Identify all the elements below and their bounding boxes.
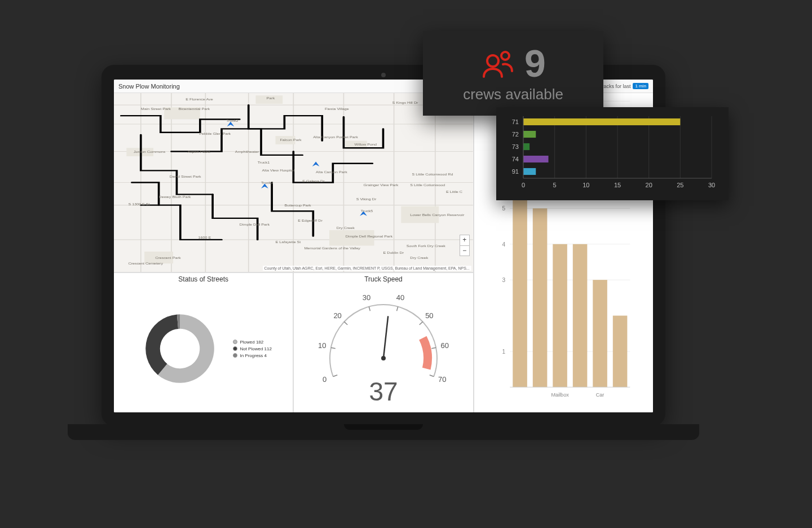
camera-dot xyxy=(381,73,386,77)
zoom-out-button[interactable]: − xyxy=(460,245,469,256)
map-zoom-controls[interactable]: + − xyxy=(460,235,470,256)
svg-text:30: 30 xyxy=(708,182,715,188)
map-attribution: County of Utah, Utah AGRC, Esri, HERE, G… xyxy=(263,266,471,271)
truck-speed-value: 37 xyxy=(369,376,398,407)
svg-text:Alta Canyon Pocket Park: Alta Canyon Pocket Park xyxy=(313,136,359,139)
svg-text:Truck1: Truck1 xyxy=(258,161,270,164)
svg-text:S Viking Dr: S Viking Dr xyxy=(356,198,377,201)
svg-text:3: 3 xyxy=(502,277,505,283)
svg-line-102 xyxy=(383,316,388,358)
svg-text:73: 73 xyxy=(512,143,519,150)
svg-text:40: 40 xyxy=(396,293,404,302)
map-panel[interactable]: E Florence AveParkFiesta VillageS Kings … xyxy=(114,93,473,272)
svg-text:Dewey Bluth Park: Dewey Bluth Park xyxy=(159,196,192,199)
svg-text:David Street Park: David Street Park xyxy=(170,175,202,178)
svg-text:Truck3: Truck3 xyxy=(261,182,273,184)
svg-rect-21 xyxy=(329,230,374,245)
svg-text:10: 10 xyxy=(582,182,589,188)
svg-text:5: 5 xyxy=(502,205,505,212)
svg-rect-82 xyxy=(593,280,607,387)
svg-rect-78 xyxy=(532,208,547,387)
tracks-filter-value[interactable]: 1 min xyxy=(633,83,648,89)
svg-rect-84 xyxy=(612,316,627,388)
map-canvas[interactable]: E Florence AveParkFiesta VillageS Kings … xyxy=(114,93,473,272)
svg-text:S Little Cottonwood: S Little Cottonwood xyxy=(410,184,445,187)
routes-bar-chart-card: 0510152025307172737491 xyxy=(496,107,729,200)
svg-text:72: 72 xyxy=(512,131,519,138)
svg-text:Willow Pond: Willow Pond xyxy=(355,143,377,146)
svg-line-86 xyxy=(333,375,338,377)
svg-text:Mailbox: Mailbox xyxy=(551,392,569,398)
svg-rect-127 xyxy=(523,156,549,162)
svg-text:Grainger View Park: Grainger View Park xyxy=(363,184,399,187)
svg-text:Jordon Commons: Jordon Commons xyxy=(134,151,165,153)
svg-point-103 xyxy=(381,356,386,360)
svg-text:S Little Cottonwood Rd: S Little Cottonwood Rd xyxy=(412,173,453,176)
svg-text:Car: Car xyxy=(595,392,604,398)
svg-text:20: 20 xyxy=(333,311,341,319)
svg-rect-125 xyxy=(523,143,529,150)
svg-text:Lower Bells Canyon Reservoir: Lower Bells Canyon Reservoir xyxy=(410,214,464,217)
street-status-legend: Plowed 182Not Plowed 112In Progress 4 xyxy=(233,338,271,360)
svg-text:74: 74 xyxy=(512,156,519,162)
svg-text:Alta Canyon Park: Alta Canyon Park xyxy=(316,171,348,174)
svg-line-94 xyxy=(397,307,398,311)
legend-item: Plowed 182 xyxy=(233,340,271,345)
svg-text:South Fork Dry Creek: South Fork Dry Creek xyxy=(407,245,446,248)
svg-line-100 xyxy=(430,375,434,377)
svg-rect-79 xyxy=(553,244,567,388)
svg-text:1600 E: 1600 E xyxy=(198,236,211,239)
svg-text:Dry Creek: Dry Creek xyxy=(410,257,429,259)
street-status-title: Status of Streets xyxy=(114,273,293,285)
svg-text:Crescent Park: Crescent Park xyxy=(155,257,181,259)
street-status-donut xyxy=(135,303,225,394)
app-title: Snow Plow Monitoring xyxy=(118,83,180,90)
svg-text:Pebble Glen Park: Pebble Glen Park xyxy=(199,133,231,135)
svg-text:20: 20 xyxy=(646,182,652,188)
svg-point-105 xyxy=(501,52,509,60)
svg-text:Buttercup Park: Buttercup Park xyxy=(284,204,311,207)
svg-text:Truck5: Truck5 xyxy=(361,210,373,213)
svg-rect-121 xyxy=(523,118,680,125)
zoom-in-button[interactable]: + xyxy=(460,235,469,245)
svg-line-96 xyxy=(420,322,423,324)
svg-text:E Edgecliff Dr: E Edgecliff Dr xyxy=(298,219,323,222)
svg-rect-129 xyxy=(523,168,536,175)
svg-text:E Galena Dr: E Galena Dr xyxy=(302,181,324,183)
svg-text:Dimple Dell Park: Dimple Dell Park xyxy=(240,223,270,226)
truck-speed-title: Truck Speed xyxy=(294,273,473,285)
svg-text:10: 10 xyxy=(318,341,326,350)
svg-line-92 xyxy=(369,307,370,311)
crews-available-card: 9 crews available xyxy=(423,31,603,116)
svg-text:Dimple Dell Regional Park: Dimple Dell Regional Park xyxy=(346,235,394,238)
svg-text:30: 30 xyxy=(363,293,370,302)
routes-bar-chart: 0510152025307172737491 xyxy=(504,113,721,197)
svg-text:15: 15 xyxy=(614,182,621,188)
legend-item: Not Plowed 112 xyxy=(233,346,271,351)
svg-line-90 xyxy=(344,322,347,324)
svg-text:E Florence Ave: E Florence Ave xyxy=(186,98,213,101)
crews-label: crews available xyxy=(463,86,563,103)
svg-text:Main Street Park: Main Street Park xyxy=(141,108,171,111)
svg-line-88 xyxy=(331,347,336,349)
svg-text:25: 25 xyxy=(677,182,683,188)
laptop-base xyxy=(68,424,699,440)
svg-text:Dry Creek: Dry Creek xyxy=(337,227,355,230)
svg-text:50: 50 xyxy=(425,311,433,319)
svg-text:71: 71 xyxy=(512,118,519,125)
svg-text:Amphitheater: Amphitheater xyxy=(235,151,259,153)
svg-text:Bicentennial Park: Bicentennial Park xyxy=(179,108,211,111)
laptop-notch xyxy=(344,424,423,430)
svg-rect-123 xyxy=(523,131,536,138)
svg-text:5: 5 xyxy=(553,182,557,188)
svg-text:91: 91 xyxy=(512,168,519,175)
svg-text:Park: Park xyxy=(267,97,276,100)
svg-text:Aspen Plaza: Aspen Plaza xyxy=(188,151,211,153)
svg-rect-81 xyxy=(572,244,587,388)
svg-text:4: 4 xyxy=(502,241,505,248)
svg-text:E Lafayette St: E Lafayette St xyxy=(275,241,301,244)
svg-text:Fiesta Village: Fiesta Village xyxy=(325,108,349,111)
people-icon xyxy=(480,47,515,79)
svg-text:Memorial Gardens of the Valley: Memorial Gardens of the Valley xyxy=(304,247,361,250)
svg-point-104 xyxy=(487,55,498,67)
